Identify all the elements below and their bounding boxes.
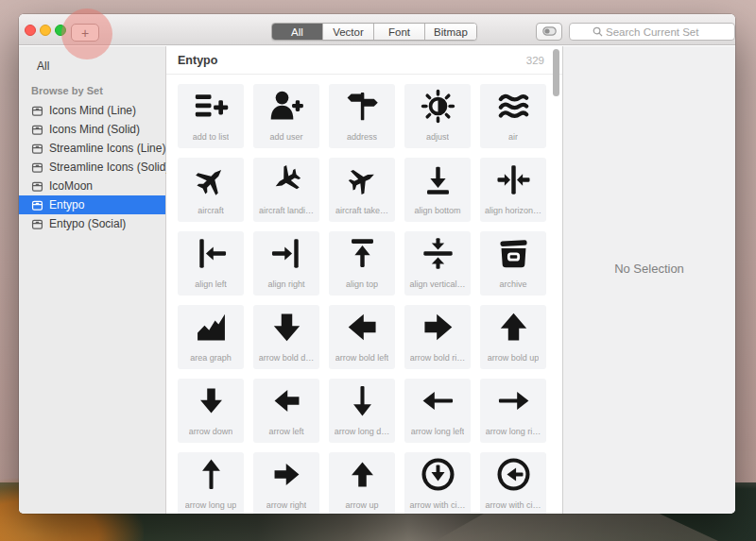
- add-user-icon: [269, 89, 304, 124]
- arrow-down-icon: [194, 383, 229, 418]
- minimize-window-button[interactable]: [40, 25, 51, 36]
- tab-bitmap[interactable]: Bitmap: [425, 24, 476, 40]
- view-toggle-button[interactable]: [536, 23, 562, 41]
- icon-cell-label: arrow up: [345, 500, 378, 510]
- no-selection-text: No Selection: [563, 262, 735, 276]
- icon-cell[interactable]: arrow long left: [404, 379, 471, 443]
- detail-panel: No Selection: [562, 46, 735, 514]
- arrow-bold-up-icon: [496, 310, 531, 345]
- icon-cell-label: arrow bold d…: [259, 353, 315, 363]
- arrow-long-right-icon: [496, 383, 531, 418]
- search-field[interactable]: [569, 23, 735, 41]
- icon-cell[interactable]: align right: [253, 231, 319, 296]
- icon-cell-label: align horizon…: [485, 206, 541, 215]
- icon-cell[interactable]: aircraft landi…: [253, 158, 319, 222]
- sidebar-item-streamline-icons-solid[interactable]: Streamline Icons (Solid): [19, 158, 165, 177]
- icon-set-jar-icon: [31, 143, 43, 155]
- aircraft-landing-icon: [269, 162, 304, 197]
- icon-cell[interactable]: arrow long ri…: [480, 379, 546, 443]
- sidebar-item-entypo-social[interactable]: Entypo (Social): [19, 214, 165, 233]
- sidebar-item-all[interactable]: All: [19, 57, 165, 76]
- arrow-long-left-icon: [421, 383, 455, 418]
- sidebar-item-label: Entypo (Social): [49, 217, 126, 230]
- icon-cell-label: align right: [267, 279, 304, 289]
- icon-set-jar-icon: [31, 180, 43, 193]
- icon-set-jar-icon: [31, 218, 43, 230]
- icon-cell[interactable]: align vertical…: [404, 231, 471, 296]
- add-to-list-icon: [194, 89, 229, 124]
- icon-cell-label: arrow with ci…: [409, 500, 465, 510]
- icon-cell[interactable]: area graph: [178, 305, 244, 369]
- icon-cell[interactable]: archive: [480, 231, 546, 296]
- arrow-bold-right-icon: [421, 310, 455, 345]
- sidebar-item-icons-mind-line[interactable]: Icons Mind (Line): [19, 101, 165, 120]
- arrow-left-icon: [269, 383, 304, 418]
- icon-cell[interactable]: arrow up: [329, 452, 395, 514]
- icon-cell[interactable]: aircraft: [178, 158, 244, 222]
- icon-cell[interactable]: arrow long d…: [329, 379, 395, 443]
- icon-cell-label: area graph: [190, 353, 232, 363]
- icon-cell[interactable]: arrow down: [178, 379, 244, 443]
- icon-cell[interactable]: address: [329, 84, 395, 148]
- aircraft-icon: [194, 162, 229, 197]
- close-window-button[interactable]: [25, 25, 36, 36]
- icon-cell[interactable]: add user: [253, 84, 319, 148]
- sidebar-item-label: Icons Mind (Solid): [49, 123, 140, 136]
- tab-font[interactable]: Font: [374, 24, 425, 40]
- grid-scrollbar[interactable]: [553, 49, 559, 96]
- icon-cell[interactable]: air: [480, 84, 546, 148]
- icon-grid: add to listadd useraddressadjustairaircr…: [166, 76, 558, 514]
- icon-cell[interactable]: arrow left: [253, 379, 319, 443]
- icon-cell[interactable]: aircraft take…: [329, 158, 395, 222]
- add-set-button[interactable]: +: [71, 24, 99, 42]
- icon-cell[interactable]: arrow bold ri…: [404, 305, 471, 369]
- archive-icon: [496, 236, 531, 271]
- sidebar-item-entypo[interactable]: Entypo: [19, 195, 165, 214]
- zoom-window-button[interactable]: [55, 25, 66, 36]
- arrow-with-circle-left-icon: [496, 457, 531, 492]
- icon-cell[interactable]: arrow bold left: [329, 305, 395, 369]
- icon-cell[interactable]: arrow right: [253, 452, 319, 514]
- arrow-long-down-icon: [345, 383, 380, 418]
- icon-cell-label: arrow long d…: [335, 427, 390, 436]
- tab-vector[interactable]: Vector: [323, 24, 374, 40]
- grid-header: Entypo 329: [166, 46, 562, 75]
- icon-cell[interactable]: align bottom: [404, 158, 471, 222]
- arrow-long-up-icon: [194, 457, 229, 492]
- align-left-icon: [194, 236, 229, 271]
- arrow-bold-down-icon: [269, 310, 304, 345]
- icon-cell-label: arrow long up: [185, 500, 237, 510]
- tab-all[interactable]: All: [272, 24, 323, 40]
- icon-cell[interactable]: align horizon…: [480, 158, 546, 222]
- sidebar-item-icomoon[interactable]: IcoMoon: [19, 177, 165, 195]
- icon-cell-label: archive: [499, 279, 526, 289]
- icon-cell[interactable]: arrow long up: [178, 452, 244, 514]
- icon-cell[interactable]: arrow bold d…: [253, 305, 319, 369]
- icon-cell-label: arrow with ci…: [485, 500, 541, 510]
- icon-cell[interactable]: arrow bold up: [480, 305, 546, 369]
- icon-cell-label: arrow bold ri…: [410, 353, 466, 363]
- icon-cell-label: add to list: [193, 132, 230, 142]
- sidebar-item-label: All: [37, 59, 49, 73]
- align-right-icon: [269, 236, 304, 271]
- set-title: Entypo: [178, 54, 217, 67]
- icon-set-jar-icon: [31, 124, 43, 136]
- address-icon: [345, 89, 380, 124]
- sidebar-section-header: Browse by Set: [19, 82, 165, 99]
- icon-cell[interactable]: align top: [329, 231, 395, 296]
- icon-cell[interactable]: align left: [178, 231, 244, 296]
- icon-cell-label: air: [508, 132, 518, 142]
- icon-cell-label: arrow down: [189, 427, 233, 436]
- icon-cell-label: arrow bold left: [335, 353, 389, 363]
- align-horizontal-middle-icon: [496, 162, 531, 197]
- icon-set-jar-icon: [31, 161, 43, 174]
- arrow-up-icon: [345, 457, 380, 492]
- search-input[interactable]: [606, 26, 712, 38]
- sidebar-item-icons-mind-solid[interactable]: Icons Mind (Solid): [19, 120, 165, 139]
- icon-cell[interactable]: arrow with ci…: [404, 452, 471, 514]
- arrow-with-circle-down-icon: [421, 457, 455, 492]
- icon-cell[interactable]: add to list: [178, 84, 244, 148]
- sidebar-item-streamline-icons-line[interactable]: Streamline Icons (Line): [19, 139, 165, 158]
- icon-cell[interactable]: adjust: [404, 84, 471, 148]
- icon-cell[interactable]: arrow with ci…: [480, 452, 546, 514]
